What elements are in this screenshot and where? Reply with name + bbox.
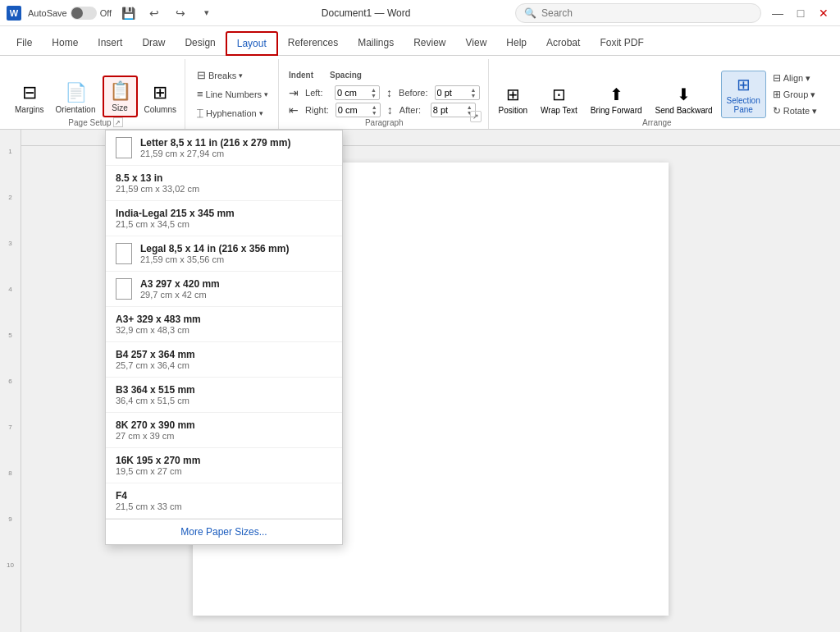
indent-left-down[interactable]: ▼: [370, 93, 377, 98]
indent-right-up[interactable]: ▲: [371, 104, 378, 110]
margins-button[interactable]: ⊟ Margins: [10, 79, 49, 117]
indent-header: Indent: [289, 71, 313, 80]
search-input[interactable]: [541, 7, 752, 19]
spacing-before-icon: ↕: [386, 86, 392, 99]
indent-right-icon: ⇤: [289, 103, 299, 117]
indent-right-down[interactable]: ▼: [371, 110, 378, 116]
spacing-after-value: [433, 105, 466, 115]
autosave-area: AutoSave Off: [28, 7, 112, 20]
ribbon: ⊟ Margins 📄 Orientation 📋 Size ⊞ Columns…: [0, 56, 840, 130]
position-button[interactable]: ⊞ Position: [494, 81, 533, 118]
line-numbers-icon: ≡: [197, 88, 203, 100]
spacing-after-label: After:: [399, 105, 424, 115]
size-item-0[interactable]: Letter 8,5 x 11 in (216 x 279 mm)21,59 c…: [106, 131, 342, 166]
tab-file[interactable]: File: [7, 32, 42, 55]
rotate-button[interactable]: ↻ Rotate ▾: [769, 103, 820, 118]
breaks-button[interactable]: ⊟ Breaks ▾: [194, 67, 272, 83]
size-item-1[interactable]: 8.5 x 13 in21,59 cm x 33,02 cm: [106, 166, 342, 201]
align-icon: ⊟: [773, 72, 781, 84]
size-item-6[interactable]: B4 257 x 364 mm25,7 cm x 36,4 cm: [106, 342, 342, 378]
spacing-after-input[interactable]: ▲ ▼: [431, 103, 476, 117]
tab-home[interactable]: Home: [42, 32, 88, 55]
minimize-button[interactable]: —: [768, 3, 788, 23]
paragraph-launcher[interactable]: ↗: [470, 111, 482, 122]
tab-foxit[interactable]: Foxit PDF: [590, 32, 653, 55]
size-item-5[interactable]: A3+ 329 x 483 mm32,9 cm x 48,3 cm: [106, 307, 342, 342]
selection-pane-button[interactable]: ⊞ Selection Pane: [721, 71, 766, 118]
tab-view[interactable]: View: [456, 32, 497, 55]
orientation-icon: 📄: [65, 82, 87, 103]
window-controls: — □ ✕: [768, 3, 833, 23]
page-setup-group: ⊟ Margins 📄 Orientation 📋 Size ⊞ Columns…: [7, 59, 185, 129]
send-backward-button[interactable]: ⬇ Send Backward: [651, 81, 718, 118]
group-button[interactable]: ⊞ Group ▾: [769, 87, 820, 102]
tab-mailings[interactable]: Mailings: [348, 32, 404, 55]
size-item-7[interactable]: B3 364 x 515 mm36,4 cm x 51,5 cm: [106, 378, 342, 413]
spacing-after-up[interactable]: ▲: [466, 104, 473, 110]
size-item-2[interactable]: India-Legal 215 x 345 mm21,5 cm x 34,5 c…: [106, 201, 342, 236]
size-item-9[interactable]: 16K 195 x 270 mm19,5 cm x 27 cm: [106, 448, 342, 483]
vertical-ruler-marks: 1 2 3 4 5 6 7 8 9 10: [0, 146, 21, 606]
left-ruler-corner: [0, 130, 21, 146]
columns-button[interactable]: ⊞ Columns: [139, 79, 181, 117]
tab-draw[interactable]: Draw: [132, 32, 175, 55]
tab-design[interactable]: Design: [175, 32, 225, 55]
save-button[interactable]: 💾: [118, 3, 138, 23]
undo-button[interactable]: ↩: [144, 3, 164, 23]
size-item-4[interactable]: A3 297 x 420 mm29,7 cm x 42 cm: [106, 272, 342, 307]
close-button[interactable]: ✕: [814, 3, 833, 23]
size-item-3[interactable]: Legal 8,5 x 14 in (216 x 356 mm)21,59 cm…: [106, 236, 342, 272]
position-icon: ⊞: [506, 85, 520, 104]
more-commands-button[interactable]: ▾: [197, 3, 217, 23]
search-icon: 🔍: [524, 7, 536, 19]
page-setup-btns: ⊟ Margins 📄 Orientation 📋 Size ⊞ Columns: [10, 59, 181, 117]
redo-button[interactable]: ↪: [171, 3, 190, 23]
breaks-group: ⊟ Breaks ▾ ≡ Line Numbers ▾ ⌶ Hyphenatio…: [187, 59, 279, 129]
page-setup-launcher[interactable]: ↗: [113, 117, 123, 127]
align-button[interactable]: ⊟ Align ▾: [769, 71, 820, 85]
more-paper-sizes-button[interactable]: More Paper Sizes...: [106, 519, 342, 544]
line-numbers-button[interactable]: ≡ Line Numbers ▾: [194, 86, 272, 102]
search-bar[interactable]: 🔍: [515, 3, 761, 23]
align-label: Align ▾: [783, 73, 811, 84]
line-numbers-label: Line Numbers: [206, 89, 262, 99]
wrap-text-icon: ⊡: [552, 85, 566, 104]
hyphenation-label: Hyphenation: [206, 108, 257, 118]
size-label: Size: [112, 103, 127, 112]
hyphenation-dropdown-icon: ▾: [259, 109, 263, 117]
spacing-before-down[interactable]: ▼: [470, 93, 477, 98]
tab-layout[interactable]: Layout: [226, 31, 278, 56]
size-item-8[interactable]: 8K 270 x 390 mm27 cm x 39 cm: [106, 413, 342, 448]
word-logo: W: [7, 6, 21, 21]
columns-label: Columns: [144, 105, 176, 114]
hyphenation-button[interactable]: ⌶ Hyphenation ▾: [194, 105, 272, 121]
spacing-before-label: Before:: [399, 88, 427, 98]
spacing-before-up[interactable]: ▲: [470, 87, 477, 93]
orientation-button[interactable]: 📄 Orientation: [51, 79, 101, 117]
arrange-group: ⊞ Position ⊡ Wrap Text ⬆ Bring Forward ⬇…: [491, 59, 824, 129]
wrap-text-button[interactable]: ⊡ Wrap Text: [536, 81, 582, 118]
margins-icon: ⊟: [22, 82, 37, 103]
indent-left-input[interactable]: ▲ ▼: [335, 85, 380, 100]
tab-acrobat[interactable]: Acrobat: [536, 32, 590, 55]
indent-left-label: Left:: [305, 88, 328, 98]
tab-help[interactable]: Help: [496, 32, 536, 55]
breaks-dropdown-icon: ▾: [239, 71, 243, 80]
tab-insert[interactable]: Insert: [88, 32, 132, 55]
autosave-label: AutoSave: [28, 8, 67, 18]
tab-references[interactable]: References: [278, 32, 348, 55]
arrange-label: Arrange: [642, 118, 672, 129]
bring-forward-button[interactable]: ⬆ Bring Forward: [586, 81, 647, 118]
size-dropdown-scroll[interactable]: Letter 8,5 x 11 in (216 x 279 mm)21,59 c…: [106, 131, 342, 519]
size-item-10[interactable]: F421,5 cm x 33 cm: [106, 483, 342, 519]
arrange-btns: ⊞ Position ⊡ Wrap Text ⬆ Bring Forward ⬇…: [494, 59, 821, 118]
size-button[interactable]: 📋 Size: [103, 76, 138, 117]
indent-right-input[interactable]: ▲ ▼: [336, 103, 381, 117]
restore-button[interactable]: □: [791, 3, 810, 23]
group-icon: ⊞: [773, 89, 781, 100]
tab-review[interactable]: Review: [404, 32, 455, 55]
indent-left-up[interactable]: ▲: [370, 87, 377, 93]
autosave-toggle[interactable]: [71, 7, 97, 20]
spacing-before-input[interactable]: ▲ ▼: [435, 85, 480, 100]
indent-right-value: [338, 105, 371, 115]
